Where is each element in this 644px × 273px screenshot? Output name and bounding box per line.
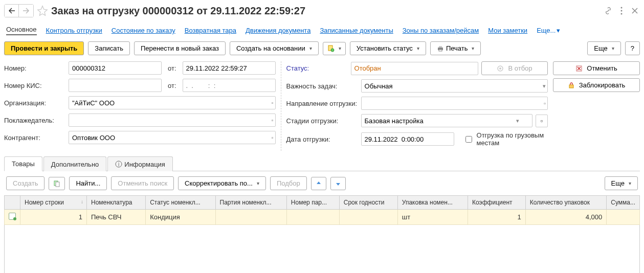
create-based-on-button[interactable]: Создать на основании (230, 41, 319, 55)
ship-date-label: Дата отгрузки: (286, 135, 358, 143)
tab-goods[interactable]: Товары (4, 156, 42, 171)
nav-link-3[interactable]: Движения документа (246, 27, 310, 34)
kebab-icon[interactable] (616, 6, 627, 16)
nav-more[interactable]: Еще...▾ (537, 27, 560, 34)
chevron-down-icon[interactable]: ▾ (516, 118, 519, 124)
document-icon (327, 45, 335, 52)
direction-field[interactable] (361, 97, 548, 110)
stages-label: Стадии отгрузки: (286, 117, 358, 125)
col-expiry[interactable]: Срок годности (339, 196, 397, 210)
nav-link-4[interactable]: Записанные документы (320, 27, 393, 34)
post-and-close-button[interactable]: Провести и закрыть (4, 41, 84, 55)
kis-date-field[interactable] (183, 79, 276, 92)
cancel-search-button: Отменить поиск (111, 176, 174, 190)
cell-pack: шт (397, 210, 468, 225)
svg-rect-7 (439, 50, 442, 51)
from-label: от: (165, 64, 180, 72)
by-cargo-checkbox[interactable] (465, 136, 472, 143)
direction-label: Направление отгрузки: (286, 100, 358, 107)
open-icon[interactable]: ▫ (544, 100, 546, 106)
nav-forward-button[interactable] (19, 5, 33, 17)
goods-table: Номер строки↓ Номенклатура Статус номенк… (4, 195, 640, 225)
main-toolbar: Провести и закрыть Записать Перенести в … (4, 41, 640, 55)
counterparty-label: Контрагент: (4, 134, 65, 142)
svg-point-2 (621, 13, 623, 15)
col-sum[interactable]: Сумма... (607, 196, 640, 210)
nav-link-1[interactable]: Состояние по заказу (112, 27, 175, 34)
org-label: Организация: (4, 99, 65, 107)
gear-icon (497, 65, 504, 72)
svg-rect-6 (439, 46, 442, 48)
nav-link-6[interactable]: Мои заметки (488, 27, 527, 34)
cell-qty: 4,000 (525, 210, 607, 225)
org-field[interactable] (69, 96, 276, 109)
by-cargo-label: Отгрузка по грузовым местам (477, 131, 548, 147)
move-down-button[interactable] (330, 177, 346, 190)
date-field[interactable] (183, 61, 276, 75)
svg-rect-11 (569, 85, 573, 88)
svg-text:i: i (118, 162, 119, 167)
nav-back-button[interactable] (5, 5, 19, 17)
find-button[interactable]: Найти... (69, 176, 107, 190)
set-status-button[interactable]: Установить статус (350, 41, 426, 55)
nav-link-2[interactable]: Возвратная тара (185, 27, 236, 34)
kis-from-label: от: (165, 82, 180, 89)
kis-label: Номер КИС: (4, 82, 65, 89)
pick-button: Подбор (270, 176, 307, 190)
nav-main[interactable]: Основное (6, 26, 37, 35)
col-batch[interactable]: Партия номенкл... (215, 196, 286, 210)
save-button[interactable]: Записать (88, 41, 130, 55)
cancel-button[interactable]: Отменить (553, 61, 640, 75)
sort-indicator-icon: ↓ (81, 199, 83, 204)
nav-link-0[interactable]: Контроль отгрузки (46, 27, 102, 34)
adjust-button[interactable]: Скорректировать по... (178, 176, 266, 190)
copy-icon (53, 180, 60, 187)
depositor-field[interactable] (69, 113, 276, 127)
col-row-no[interactable]: Номер строки↓ (20, 196, 87, 210)
priority-field[interactable] (361, 79, 548, 93)
open-icon[interactable]: ▫ (272, 134, 274, 141)
move-to-new-order-button[interactable]: Перенести в новый заказ (134, 41, 226, 55)
table-row[interactable]: 1 Печь СВЧ Кондиция шт 1 4,000 (5, 210, 640, 225)
nav-links: Основное Контроль отгрузки Состояние по … (4, 22, 640, 41)
col-coef[interactable]: Коэффициент (468, 196, 525, 210)
lock-button[interactable]: Заблокировать (553, 78, 640, 92)
nav-link-5[interactable]: Зоны по заказам/рейсам (403, 27, 479, 34)
copy-button[interactable] (49, 177, 65, 190)
col-pack[interactable]: Упаковка номен... (397, 196, 468, 210)
chevron-down-icon[interactable]: ▾ (543, 83, 546, 89)
col-nomen[interactable]: Номенклатура (87, 196, 146, 210)
help-button[interactable]: ? (625, 41, 640, 55)
number-field[interactable] (69, 61, 162, 75)
cancel-icon (575, 65, 583, 72)
cell-batch (215, 210, 286, 225)
open-icon[interactable]: ▫ (272, 117, 274, 123)
chevron-down-icon: ▾ (557, 27, 560, 34)
close-icon[interactable] (630, 6, 640, 16)
col-batch-no[interactable]: Номер пар... (286, 196, 339, 210)
goods-more-button[interactable]: Еще (605, 176, 638, 190)
tab-extra[interactable]: Дополнительно (43, 156, 107, 171)
col-icon[interactable] (5, 196, 20, 210)
link-icon[interactable] (603, 6, 613, 16)
open-icon[interactable]: ▫ (536, 115, 548, 127)
open-icon[interactable]: ▫ (272, 100, 274, 106)
status-field[interactable]: Отобран (351, 62, 478, 75)
star-icon[interactable] (37, 5, 48, 16)
tab-info[interactable]: i Информация (107, 156, 173, 171)
more-button[interactable]: Еще (587, 41, 620, 55)
svg-point-4 (331, 49, 334, 52)
move-up-button[interactable] (311, 177, 326, 190)
ship-date-field[interactable] (361, 132, 454, 146)
status-label: Статус: (286, 64, 348, 72)
kis-field[interactable] (69, 79, 162, 92)
stages-field[interactable] (361, 114, 532, 127)
cell-expiry (339, 210, 397, 225)
table-empty-area (4, 225, 640, 273)
col-qty[interactable]: Количество упаковок (525, 196, 607, 210)
col-nomen-status[interactable]: Статус номенкл... (146, 196, 215, 210)
print-button[interactable]: Печать (430, 41, 481, 55)
goods-toolbar: Создать Найти... Отменить поиск Скоррект… (4, 171, 640, 195)
counterparty-field[interactable] (69, 131, 276, 144)
attach-button[interactable] (323, 42, 346, 55)
